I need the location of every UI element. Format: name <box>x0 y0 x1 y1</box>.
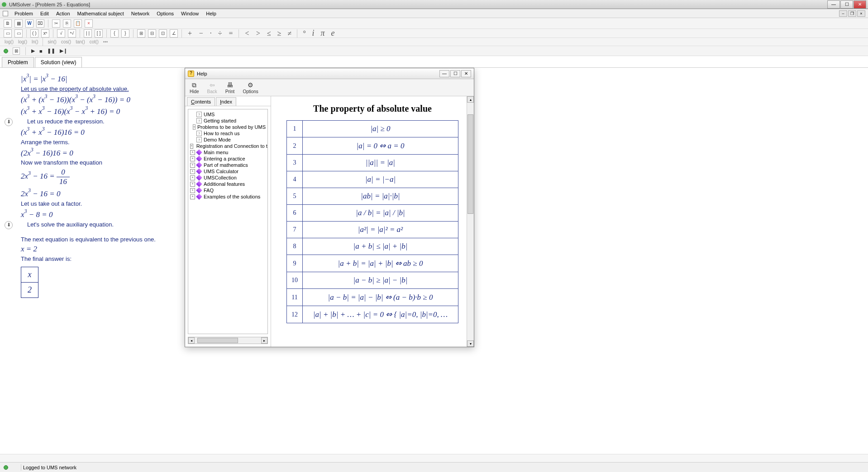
play-x-icon[interactable]: ⊠ <box>13 47 20 55</box>
help-back-button[interactable]: ⇦Back <box>207 81 217 94</box>
tree-expand-icon[interactable]: + <box>190 188 195 193</box>
step-button[interactable]: ▶❙ <box>60 48 67 54</box>
op-lt[interactable]: < <box>243 29 251 38</box>
tool-paren[interactable]: ( ) <box>30 29 38 38</box>
func-ln[interactable]: ln() <box>31 39 39 44</box>
pause-button[interactable]: ❚❚ <box>47 48 55 54</box>
mdi-close-button[interactable]: × <box>857 10 865 17</box>
tree-expand-icon[interactable]: + <box>190 156 195 161</box>
func-more[interactable]: ••• <box>102 39 109 44</box>
tool-matrix2[interactable]: ⊟ <box>148 29 156 38</box>
func-cos[interactable]: cos() <box>60 39 72 44</box>
menu-network[interactable]: Network <box>128 10 153 17</box>
calc-icon[interactable]: ⌧ <box>36 19 44 28</box>
help-tree-item[interactable]: +Main menu <box>189 149 267 156</box>
help-vscrollbar[interactable]: ▴ ▾ <box>467 96 474 347</box>
help-tree-item[interactable]: +UMSCollection <box>189 175 267 181</box>
help-tree-item[interactable]: +Additional features <box>189 181 267 187</box>
tree-expand-icon[interactable]: + <box>190 144 193 149</box>
func-tan[interactable]: tan() <box>75 39 86 44</box>
menu-options[interactable]: Options <box>153 10 177 17</box>
scroll-thumb[interactable] <box>197 338 238 343</box>
scroll-right-arrow-icon[interactable]: ▸ <box>261 337 267 344</box>
tab-problem[interactable]: Problem <box>2 57 34 67</box>
stop-button[interactable]: ■ <box>39 48 43 54</box>
help-options-button[interactable]: ⚙Options <box>243 81 258 94</box>
vscroll-up-arrow-icon[interactable]: ▴ <box>467 96 474 103</box>
maximize-button[interactable]: ☐ <box>840 0 853 9</box>
help-tree-item[interactable]: +Examples of the solutions <box>189 194 267 200</box>
minimize-button[interactable]: — <box>827 0 840 9</box>
play-button[interactable]: ▶ <box>31 48 35 54</box>
tool-a[interactable]: ▭ <box>4 29 12 38</box>
help-tree-item[interactable]: +UMS Calculator <box>189 168 267 175</box>
op-ne[interactable]: ≠ <box>286 29 293 38</box>
tree-expand-icon[interactable]: + <box>190 169 195 174</box>
tool-b[interactable]: ▭ <box>14 29 23 38</box>
help-tab-contents[interactable]: Contents <box>187 97 215 106</box>
delete-icon[interactable]: × <box>85 19 93 28</box>
tool-nroot[interactable]: ⁿ√ <box>68 29 76 38</box>
help-titlebar[interactable]: Help — ☐ ✕ <box>185 68 474 79</box>
help-tree-item[interactable]: +Registration and Connection to the UMS <box>189 143 267 149</box>
op-eq[interactable]: = <box>226 29 235 38</box>
mdi-minimize-button[interactable]: – <box>839 10 847 17</box>
help-tree-item[interactable]: ?Getting started <box>189 118 267 124</box>
tree-expand-icon[interactable]: + <box>190 194 195 199</box>
tool-matrix3[interactable]: ⊡ <box>159 29 167 38</box>
help-hide-button[interactable]: ⧉Hide <box>190 81 199 94</box>
op-ge[interactable]: ≥ <box>276 29 283 38</box>
cut-icon[interactable]: ✂ <box>52 19 60 28</box>
op-minus[interactable]: − <box>197 29 205 38</box>
op-gt[interactable]: > <box>254 29 262 38</box>
vscroll-thumb[interactable] <box>467 114 473 214</box>
paste-icon[interactable]: 📋 <box>74 19 82 28</box>
func-cot[interactable]: cot() <box>89 39 100 44</box>
op-le[interactable]: ≤ <box>265 29 273 38</box>
tool-brace-r[interactable]: } <box>121 29 129 38</box>
sym-pi[interactable]: π <box>319 28 327 38</box>
help-close-button[interactable]: ✕ <box>461 70 471 77</box>
help-tree-item[interactable]: ?Demo Mode <box>189 137 267 143</box>
help-tree[interactable]: ?UMS?Getting started?Problems to be solv… <box>188 109 268 334</box>
func-sin[interactable]: sin() <box>47 39 57 44</box>
menu-problem[interactable]: Problem <box>11 10 37 17</box>
scroll-left-arrow-icon[interactable]: ◂ <box>188 337 195 344</box>
help-tree-item[interactable]: ?UMS <box>189 111 267 118</box>
help-tree-scrollbar[interactable]: ◂ ▸ <box>188 337 268 344</box>
func-log[interactable]: log() <box>4 39 14 44</box>
mdi-restore-button[interactable]: ❐ <box>848 10 856 17</box>
op-deg[interactable]: ° <box>301 29 307 38</box>
op-div[interactable]: ÷ <box>216 29 224 38</box>
op-dot[interactable]: · <box>208 29 214 38</box>
tool-matrix[interactable]: ⊞ <box>137 29 145 38</box>
sym-i[interactable]: i <box>310 28 316 38</box>
help-tree-item[interactable]: ?How to reach us <box>189 130 267 137</box>
vscroll-down-arrow-icon[interactable]: ▾ <box>467 340 474 347</box>
menu-math-subject[interactable]: Mathematical subject <box>74 10 128 17</box>
tool-sqrt[interactable]: √ <box>57 29 65 38</box>
help-maximize-button[interactable]: ☐ <box>450 70 460 77</box>
close-button[interactable]: ✕ <box>854 0 866 9</box>
tab-solution[interactable]: Solution (view) <box>35 57 82 67</box>
help-tree-item[interactable]: +FAQ <box>189 187 267 194</box>
tool-abs[interactable]: | | <box>84 29 92 38</box>
sym-e[interactable]: e <box>329 28 337 38</box>
tree-expand-icon[interactable]: + <box>190 175 195 180</box>
help-tree-item[interactable]: ?Problems to be solved by UMS <box>189 124 267 130</box>
tree-expand-icon[interactable]: + <box>190 163 195 168</box>
tool-bracket[interactable]: [ ] <box>95 29 103 38</box>
expand-arrow-icon[interactable]: ⬇ <box>5 118 13 126</box>
help-minimize-button[interactable]: — <box>439 70 449 77</box>
help-tab-index[interactable]: Index <box>216 97 236 106</box>
word-icon[interactable]: W <box>25 19 33 28</box>
help-print-button[interactable]: 🖶Print <box>225 81 235 94</box>
tree-expand-icon[interactable]: + <box>190 182 195 187</box>
new-doc-icon[interactable]: 🗎 <box>4 19 12 28</box>
tool-brace-l[interactable]: { <box>110 29 119 38</box>
menu-edit[interactable]: Edit <box>37 10 52 17</box>
help-tree-item[interactable]: +Part of mathematics <box>189 162 267 168</box>
copy-icon[interactable]: ⎘ <box>63 19 71 28</box>
tool-angle-icon[interactable]: ∠ <box>170 29 178 38</box>
expand-arrow-2-icon[interactable]: ⬇ <box>5 221 13 229</box>
